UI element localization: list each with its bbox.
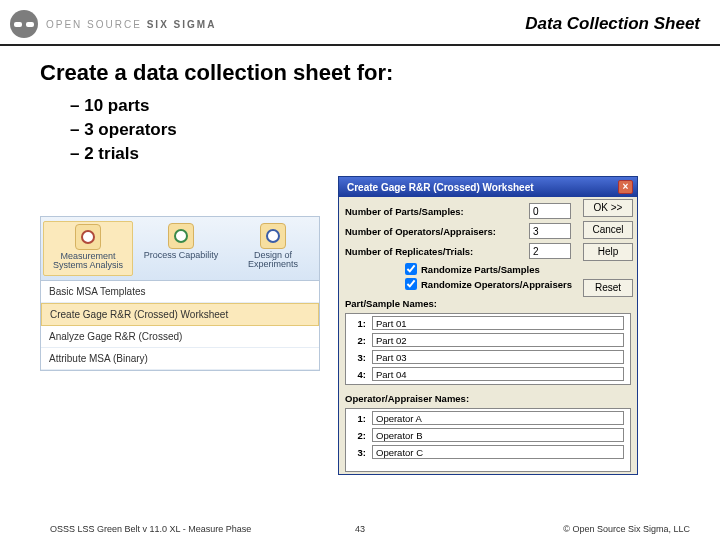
gauge-icon <box>168 223 194 249</box>
part-name-input[interactable] <box>372 316 624 330</box>
randomize-ops-label: Randomize Operators/Appraisers <box>421 279 572 290</box>
cancel-button[interactable]: Cancel <box>583 221 633 239</box>
footer-copyright: © Open Source Six Sigma, LLC <box>563 524 690 534</box>
cube-icon <box>260 223 286 249</box>
ribbon-label: Design of Experiments <box>229 251 317 270</box>
operators-listbox: 1: 2: 3: <box>345 408 631 472</box>
ribbon-head: Measurement Systems Analysis Process Cap… <box>40 216 320 281</box>
brand-logo-icon <box>10 10 38 38</box>
help-button[interactable]: Help <box>583 243 633 261</box>
bullet-list: 10 parts 3 operators 2 trials <box>40 96 680 164</box>
slide-footer: OSSS LSS Green Belt v 11.0 XL - Measure … <box>0 524 720 534</box>
headline: Create a data collection sheet for: <box>40 60 680 86</box>
row-index: 3: <box>352 447 366 458</box>
operators-input[interactable] <box>529 223 571 239</box>
randomize-ops-checkbox[interactable] <box>405 278 417 290</box>
bullet-item: 3 operators <box>70 120 680 140</box>
part-name-input[interactable] <box>372 367 624 381</box>
randomize-parts-label: Randomize Parts/Samples <box>421 264 540 275</box>
page-title: Data Collection Sheet <box>525 14 700 34</box>
ops-section-label: Operator/Appraiser Names: <box>345 393 631 404</box>
parts-section-label: Part/Sample Names: <box>345 298 631 309</box>
operator-name-input[interactable] <box>372 411 624 425</box>
row-index: 2: <box>352 430 366 441</box>
replicates-input[interactable] <box>529 243 571 259</box>
bullet-item: 2 trials <box>70 144 680 164</box>
ribbon-screenshot: Measurement Systems Analysis Process Cap… <box>40 216 320 475</box>
operators-label: Number of Operators/Appraisers: <box>345 226 523 237</box>
brand-part-b: SIX SIGMA <box>147 19 217 30</box>
menu-item-basic-msa[interactable]: Basic MSA Templates <box>41 281 319 303</box>
dialog-titlebar: Create Gage R&R (Crossed) Worksheet × <box>339 177 637 197</box>
brand-text: OPEN SOURCE SIX SIGMA <box>46 19 216 30</box>
menu-item-analyze-gage[interactable]: Analyze Gage R&R (Crossed) <box>41 326 319 348</box>
row-index: 1: <box>352 413 366 424</box>
operator-name-input[interactable] <box>372 428 624 442</box>
menu-item-attribute-msa[interactable]: Attribute MSA (Binary) <box>41 348 319 370</box>
close-icon[interactable]: × <box>618 180 633 194</box>
menu-item-create-gage[interactable]: Create Gage R&R (Crossed) Worksheet <box>41 303 319 326</box>
footer-left: OSSS LSS Green Belt v 11.0 XL - Measure … <box>50 524 251 534</box>
row-index: 4: <box>352 369 366 380</box>
gage-dialog: Create Gage R&R (Crossed) Worksheet × OK… <box>338 176 638 475</box>
target-icon <box>75 224 101 250</box>
main-content: Create a data collection sheet for: 10 p… <box>0 46 720 475</box>
page-number: 43 <box>355 524 365 534</box>
replicates-label: Number of Replicates/Trials: <box>345 246 523 257</box>
brand-part-a: OPEN SOURCE <box>46 19 142 30</box>
row-index: 1: <box>352 318 366 329</box>
randomize-parts-checkbox[interactable] <box>405 263 417 275</box>
parts-input[interactable] <box>529 203 571 219</box>
reset-button[interactable]: Reset <box>583 279 633 297</box>
ribbon-label: Measurement Systems Analysis <box>44 252 132 271</box>
slide-header: OPEN SOURCE SIX SIGMA Data Collection Sh… <box>0 0 720 46</box>
dialog-title-text: Create Gage R&R (Crossed) Worksheet <box>347 182 534 193</box>
brand-block: OPEN SOURCE SIX SIGMA <box>10 10 525 38</box>
parts-listbox: 1: 2: 3: 4: <box>345 313 631 385</box>
bullet-item: 10 parts <box>70 96 680 116</box>
ribbon-item-capability[interactable]: Process Capability <box>137 221 225 276</box>
part-name-input[interactable] <box>372 350 624 364</box>
operator-name-input[interactable] <box>372 445 624 459</box>
dialog-button-column: OK >> Cancel Help Reset <box>583 199 633 297</box>
row-index: 2: <box>352 335 366 346</box>
row-index: 3: <box>352 352 366 363</box>
parts-label: Number of Parts/Samples: <box>345 206 523 217</box>
ribbon-item-doe[interactable]: Design of Experiments <box>229 221 317 276</box>
ok-button[interactable]: OK >> <box>583 199 633 217</box>
illustration-row: Measurement Systems Analysis Process Cap… <box>40 176 680 475</box>
ribbon-item-msa[interactable]: Measurement Systems Analysis <box>43 221 133 276</box>
ribbon-dropdown: Basic MSA Templates Create Gage R&R (Cro… <box>40 281 320 371</box>
ribbon-label: Process Capability <box>144 251 219 260</box>
part-name-input[interactable] <box>372 333 624 347</box>
